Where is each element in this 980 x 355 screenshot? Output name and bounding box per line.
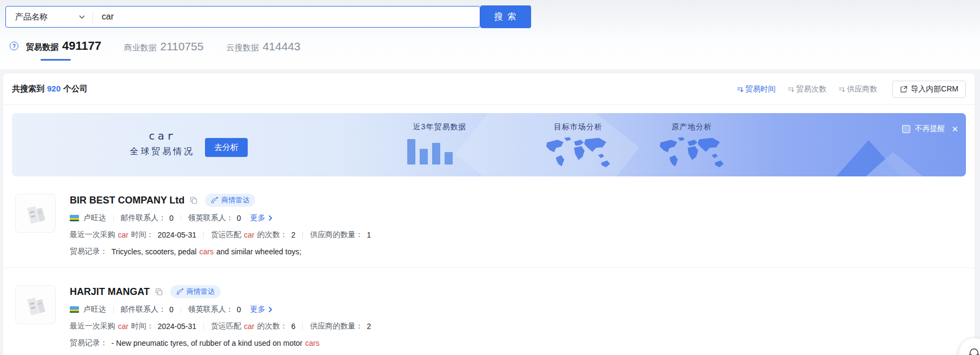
divider [302, 323, 303, 330]
email-contacts-label: 邮件联系人： [121, 213, 166, 223]
dismiss-checkbox[interactable] [902, 125, 910, 133]
radar-badge[interactable]: 商情雷达 [170, 285, 221, 298]
import-crm-label: 导入内部CRM [911, 84, 958, 94]
purchase-info-row: 最近一次采购 car 时间： 2024-05-31 货运匹配 car 的次数： … [70, 321, 371, 331]
supplier-count: 1 [367, 231, 371, 239]
tab-count: 2110755 [160, 40, 203, 53]
chevron-right-icon [268, 215, 273, 221]
last-purchase-prefix: 最近一次采购 [70, 230, 115, 240]
import-crm-button[interactable]: 导入内部CRM [892, 81, 966, 98]
tab-business-data[interactable]: 商业数据 2110755 [124, 40, 203, 61]
found-suffix: 个公司 [63, 84, 88, 93]
tab-label: 贸易数据 [26, 42, 58, 52]
origin-analysis-label: 原产地分析 [651, 122, 732, 132]
linkedin-contacts-value: 0 [237, 214, 241, 222]
chevron-down-icon [79, 15, 85, 19]
banner-subtitle: 全球贸易情况 [120, 146, 204, 157]
company-country: 卢旺达 [83, 305, 106, 314]
trade-record-label: 贸易记录： [70, 247, 108, 257]
company-meta-row: 卢旺达 邮件联系人： 0 领英联系人： 0 更多 [70, 213, 371, 223]
building-icon [22, 201, 49, 226]
sort-label: 贸易次数 [796, 84, 826, 94]
trade-record-text: - New pneumatic tyres, of rubber of a ki… [111, 339, 302, 347]
world-map-icon [656, 133, 727, 174]
supplier-count: 2 [367, 322, 371, 331]
sort-label: 贸易时间 [745, 84, 776, 94]
linkedin-contacts-value: 0 [237, 305, 241, 314]
banner-keyword: car [120, 129, 204, 142]
linkedin-contacts-label: 领英联系人： [188, 305, 234, 314]
last-purchase-prefix: 最近一次采购 [70, 321, 115, 331]
sort-icon [737, 86, 743, 93]
trade-record-row: 贸易记录： Tricycles, scooters, pedal cars an… [70, 247, 371, 257]
tab-trade-data[interactable]: ? 贸易数据 491177 [10, 39, 101, 61]
found-prefix: 共搜索到 [12, 84, 44, 93]
last-purchase-date: 2024-05-31 [157, 322, 196, 331]
import-icon [900, 86, 908, 93]
copy-icon[interactable] [155, 288, 163, 295]
trade-bar [420, 149, 428, 165]
banner-triangle-decoration [815, 113, 933, 176]
search-button[interactable]: 搜 索 [480, 5, 531, 28]
trade-bar [407, 139, 415, 165]
sort-trade-times[interactable]: 贸易次数 [787, 84, 826, 94]
divider [113, 306, 114, 313]
company-meta-row: 卢旺达 邮件联系人： 0 领英联系人： 0 更多 [70, 305, 371, 314]
world-map-icon [542, 133, 614, 174]
trade-bar [432, 143, 440, 165]
search-input[interactable] [93, 6, 480, 27]
trade-bars [407, 139, 467, 165]
search-input-group: 产品名称 [5, 6, 480, 28]
dismiss-label: 不再提醒 [915, 124, 945, 134]
company-name[interactable]: HARJIT MANGAT [70, 286, 150, 298]
search-bar: 产品名称 搜 索 [5, 6, 980, 28]
company-row: BIR BEST COMPANY Ltd 商情雷达 [3, 176, 975, 268]
time-suffix: 时间： [131, 230, 154, 240]
chevron-right-icon [268, 306, 273, 313]
banner-dismiss-group: 不再提醒 ✕ [902, 124, 958, 134]
freight-count: 6 [292, 322, 296, 331]
linkedin-contacts-label: 领英联系人： [188, 213, 234, 223]
last-purchase-date: 2024-05-31 [157, 231, 196, 239]
sort-icon [838, 86, 845, 93]
trade-record-label: 贸易记录： [70, 338, 108, 348]
company-row: HARJIT MANGAT 商情雷达 [3, 268, 975, 355]
results-count-text: 共搜索到920个公司 [12, 84, 88, 94]
company-list: BIR BEST COMPANY Ltd 商情雷达 [3, 176, 975, 355]
search-category-label: 产品名称 [15, 12, 48, 22]
email-contacts-value: 0 [169, 214, 174, 222]
target-market-label: 目标市场分析 [538, 122, 619, 132]
divider [203, 323, 204, 330]
sort-trade-time[interactable]: 贸易时间 [737, 84, 776, 94]
keyword-highlight: car [244, 231, 254, 239]
freight-prefix: 货运匹配 [211, 321, 241, 331]
results-toolbar: 贸易时间 贸易次数 供应商数 导入内部CRM [725, 81, 966, 98]
more-link[interactable]: 更多 [250, 213, 273, 223]
time-suffix: 时间： [131, 321, 154, 331]
company-info: BIR BEST COMPANY Ltd 商情雷达 [70, 194, 371, 257]
radar-badge[interactable]: 商情雷达 [205, 194, 255, 207]
search-category-select[interactable]: 产品名称 [6, 6, 92, 27]
recent-trade-label: 近3年贸易数据 [399, 122, 480, 132]
divider [181, 215, 181, 222]
go-analyze-button[interactable]: 去分析 [205, 138, 248, 157]
copy-icon[interactable] [190, 196, 197, 204]
company-thumbnail [15, 194, 56, 233]
company-name[interactable]: BIR BEST COMPANY Ltd [70, 195, 184, 206]
company-country: 卢旺达 [83, 213, 106, 223]
sort-supplier-count[interactable]: 供应商数 [838, 84, 877, 94]
trade-record-text: and similar wheeled toys; [216, 247, 301, 256]
tab-label: 商业数据 [124, 43, 156, 53]
keyword-highlight: car [118, 322, 128, 331]
tab-cloud-search-data[interactable]: 云搜数据 414443 [226, 40, 300, 61]
email-contacts-value: 0 [169, 305, 174, 314]
freight-prefix: 货运匹配 [211, 230, 241, 240]
more-link[interactable]: 更多 [250, 305, 273, 314]
rwanda-flag-icon [70, 215, 79, 221]
help-icon[interactable]: ? [10, 42, 18, 50]
top-search-section: 产品名称 搜 索 ? 贸易数据 491177 商业数据 2110755 [0, 0, 980, 69]
divider [302, 232, 303, 239]
sort-label: 供应商数 [847, 84, 877, 94]
trade-record-row: 贸易记录： - New pneumatic tyres, of rubber o… [70, 338, 371, 348]
close-icon[interactable]: ✕ [951, 125, 958, 133]
